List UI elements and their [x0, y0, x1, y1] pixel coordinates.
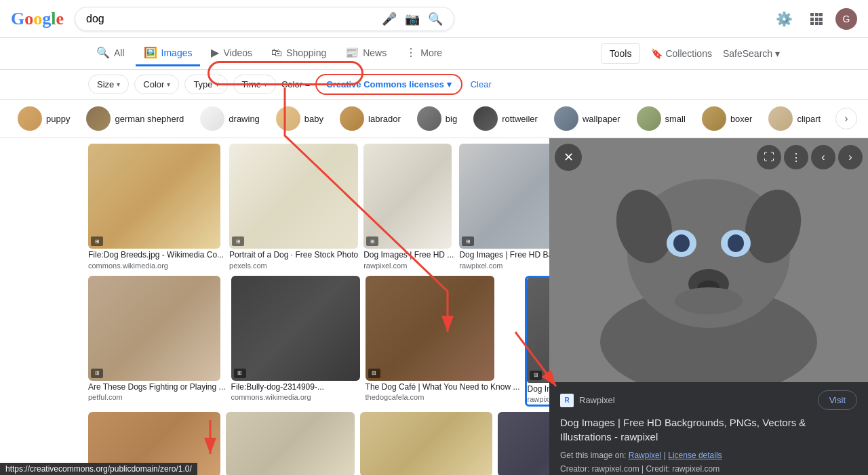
image-type-icon-7: ⊞	[368, 369, 380, 378]
svg-rect-3	[810, 18, 814, 21]
svg-point-17	[728, 234, 744, 252]
panel-close-button[interactable]: ✕	[555, 144, 582, 171]
grid-item-8-selected[interactable]: ⊞ Dog Images | Free HD Backgroun... rawp…	[525, 276, 549, 407]
svg-point-20	[675, 287, 743, 314]
grid-item-6[interactable]: ⊞ File:Bully-dog-2314909-... commons.wik…	[231, 276, 360, 407]
search-submit-icon[interactable]: 🔍	[428, 12, 443, 26]
related-item-small[interactable]: small	[630, 104, 692, 133]
nav-right: Tools 🔖 Collections SafeSearch ▾	[601, 43, 780, 64]
caption-1: File:Dog Breeds.jpg - Wikimedia Co... co…	[88, 250, 224, 270]
related-next-button[interactable]: ›	[835, 108, 857, 129]
image-type-icon-5: ⊞	[91, 369, 103, 378]
more-tab-icon: ⋮	[406, 46, 416, 59]
grid-item-12[interactable]	[498, 412, 549, 475]
related-item-baby[interactable]: baby	[269, 104, 330, 133]
size-filter[interactable]: Size ▾	[88, 75, 129, 94]
caption-3: Dog Images | Free HD ... rawpixel.com	[363, 250, 454, 270]
videos-tab-icon: ▶	[211, 46, 219, 59]
caption-7: The Dog Café | What You Need to Know ...…	[366, 382, 520, 402]
svg-rect-8	[819, 22, 823, 25]
tools-button[interactable]: Tools	[601, 43, 641, 64]
panel-info: R Rawpixel Visit Dog Images | Free HD Ba…	[549, 382, 868, 475]
rawpixel-link[interactable]: Rawpixel	[629, 451, 662, 460]
tab-all[interactable]: 🔍All	[88, 41, 133, 66]
panel-creator: Creator: rawpixel.com | Credit: rawpixel…	[560, 464, 857, 474]
svg-rect-6	[810, 22, 814, 25]
license-details-link[interactable]: License details	[668, 451, 722, 460]
related-item-labrador[interactable]: labrador	[333, 104, 408, 133]
color-filter[interactable]: Color ▾	[134, 75, 179, 94]
grid-item-4[interactable]: ⊞ Dog Images | Free HD Backgrounds, ... …	[459, 144, 549, 270]
type-filter[interactable]: Type ▾	[184, 75, 227, 94]
related-thumb-baby	[276, 106, 300, 131]
grid-item-3[interactable]: ⊞ Dog Images | Free HD ... rawpixel.com	[363, 144, 454, 270]
news-tab-icon: 📰	[345, 46, 359, 59]
fullscreen-icon[interactable]: ⛶	[757, 145, 781, 169]
creative-commons-filter[interactable]: Creative Commons licenses ▾	[315, 74, 462, 95]
tab-videos[interactable]: ▶Videos	[203, 41, 260, 66]
search-input[interactable]	[86, 13, 382, 25]
related-thumb-wallpaper	[554, 106, 578, 131]
google-logo: G o o g l e	[11, 9, 64, 29]
color-equals-label: Color =	[281, 79, 310, 89]
related-item-german-shepherd[interactable]: german shepherd	[79, 104, 191, 133]
nav-tabs: 🔍All 🖼️Images ▶Videos 🛍Shopping 📰News ⋮M…	[0, 38, 868, 70]
search-icons: 🎤 📷 🔍	[382, 12, 443, 26]
svg-rect-7	[815, 22, 818, 25]
camera-icon[interactable]: 📷	[405, 12, 420, 26]
safe-search-toggle[interactable]: SafeSearch ▾	[723, 48, 780, 59]
related-item-big[interactable]: big	[410, 104, 464, 133]
grid-item-7[interactable]: ⊞ The Dog Café | What You Need to Know .…	[366, 276, 520, 407]
panel-description: Get this image on: Rawpixel | License de…	[560, 449, 857, 461]
time-filter[interactable]: Time ▾	[233, 75, 276, 94]
visit-button[interactable]: Visit	[818, 390, 857, 410]
shopping-tab-icon: 🛍	[271, 47, 282, 59]
panel-title: Dog Images | Free HD Backgrounds, PNGs, …	[560, 415, 857, 444]
grid-item-5[interactable]: ⊞ Are These Dogs Fighting or Playing ...…	[88, 276, 226, 407]
svg-point-16	[673, 234, 690, 252]
related-item-wallpaper[interactable]: wallpaper	[547, 104, 627, 133]
status-bar: https://creativecommons.org/publicdomain…	[0, 463, 197, 475]
search-bar: 🎤 📷 🔍	[75, 7, 454, 31]
related-thumb-puppy	[18, 106, 42, 131]
related-item-puppy[interactable]: puppy	[11, 104, 77, 133]
microphone-icon[interactable]: 🎤	[382, 12, 397, 26]
avatar[interactable]: G	[835, 8, 857, 30]
apps-grid-icon[interactable]	[803, 5, 830, 33]
tab-shopping[interactable]: 🛍Shopping	[263, 41, 334, 66]
grid-item-2[interactable]: ⊞ Portrait of a Dog · Free Stock Photo p…	[229, 144, 358, 270]
caption-6: File:Bully-dog-2314909-... commons.wikim…	[231, 382, 360, 402]
collections-link[interactable]: 🔖 Collections	[651, 48, 711, 59]
related-item-rottweiler[interactable]: rottweiler	[467, 104, 545, 133]
panel-actions: ⛶ ⋮ ‹ ›	[757, 145, 863, 169]
panel-header: ✕ ⛶ ⋮ ‹ ›	[549, 138, 868, 176]
chevron-right-icon[interactable]: ›	[838, 145, 863, 169]
caption-2: Portrait of a Dog · Free Stock Photo pex…	[229, 250, 358, 270]
tab-news[interactable]: 📰News	[337, 41, 395, 66]
gear-icon[interactable]: ⚙️	[770, 5, 797, 33]
svg-rect-0	[810, 13, 814, 16]
tab-more[interactable]: ⋮More	[397, 41, 450, 66]
related-thumb-small	[637, 106, 661, 131]
images-tab-icon: 🖼️	[144, 46, 157, 59]
image-type-icon-2: ⊞	[232, 236, 244, 246]
more-vert-icon[interactable]: ⋮	[784, 145, 808, 169]
related-thumb-labrador	[340, 106, 364, 131]
svg-rect-2	[819, 13, 823, 16]
related-item-boxer[interactable]: boxer	[695, 104, 760, 133]
image-type-icon-6: ⊞	[234, 369, 246, 378]
clear-link[interactable]: Clear	[471, 79, 492, 89]
caption-4: Dog Images | Free HD Backgrounds, ... ra…	[459, 250, 549, 270]
related-item-clipart[interactable]: clipart	[762, 104, 827, 133]
caption-8: Dog Images | Free HD Backgroun... rawpix…	[527, 384, 549, 405]
grid-item-1[interactable]: ⊞ File:Dog Breeds.jpg - Wikimedia Co... …	[88, 144, 224, 270]
source-favicon: R	[560, 394, 574, 407]
tab-images[interactable]: 🖼️Images	[136, 41, 201, 66]
grid-item-11[interactable]	[360, 412, 492, 475]
related-thumb-big	[417, 106, 441, 131]
chevron-left-icon[interactable]: ‹	[811, 145, 835, 169]
header-right: ⚙️ G	[770, 5, 857, 33]
image-type-icon-3: ⊞	[366, 236, 378, 246]
grid-item-10[interactable]	[226, 412, 355, 475]
related-item-drawing[interactable]: drawing	[193, 104, 267, 133]
